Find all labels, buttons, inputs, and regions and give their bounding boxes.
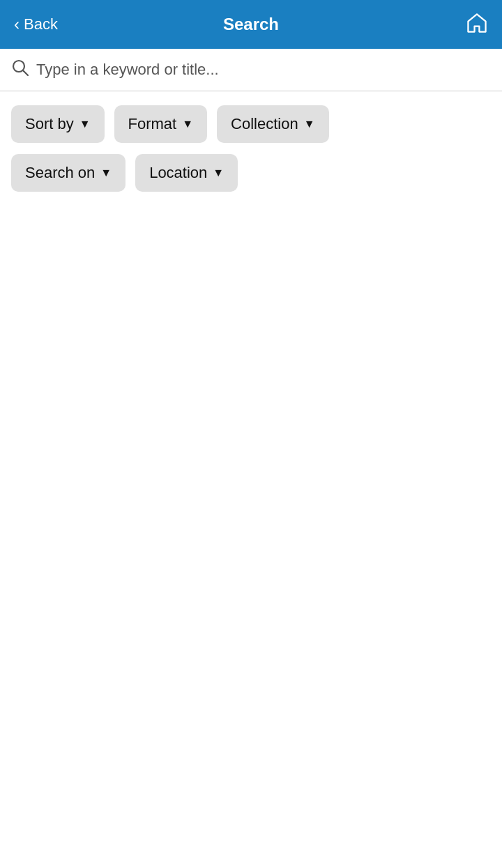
format-label: Format bbox=[128, 115, 177, 133]
collection-label: Collection bbox=[231, 115, 298, 133]
search-on-label: Search on bbox=[25, 164, 95, 182]
filter-row-1: Sort by ▼ Format ▼ Collection ▼ bbox=[0, 91, 502, 150]
svg-point-0 bbox=[13, 61, 24, 72]
back-button[interactable]: ‹ Back bbox=[14, 15, 58, 33]
home-icon bbox=[466, 12, 488, 34]
search-on-button[interactable]: Search on ▼ bbox=[11, 154, 126, 192]
collection-button[interactable]: Collection ▼ bbox=[217, 105, 328, 143]
filter-row-2: Search on ▼ Location ▼ bbox=[0, 150, 502, 206]
location-label: Location bbox=[149, 164, 207, 182]
home-button[interactable] bbox=[466, 12, 488, 37]
search-bar bbox=[0, 49, 502, 91]
search-input[interactable] bbox=[36, 61, 491, 79]
location-button[interactable]: Location ▼ bbox=[135, 154, 238, 192]
search-icon bbox=[11, 59, 29, 81]
location-dropdown-icon: ▼ bbox=[213, 167, 224, 179]
back-chevron-icon: ‹ bbox=[14, 16, 20, 33]
format-button[interactable]: Format ▼ bbox=[114, 105, 208, 143]
collection-dropdown-icon: ▼ bbox=[304, 118, 315, 130]
back-label: Back bbox=[24, 15, 58, 33]
sort-by-dropdown-icon: ▼ bbox=[79, 118, 91, 130]
main-content bbox=[0, 206, 502, 833]
svg-line-1 bbox=[24, 71, 29, 76]
app-header: ‹ Back Search bbox=[0, 0, 502, 49]
search-on-dropdown-icon: ▼ bbox=[100, 167, 112, 179]
format-dropdown-icon: ▼ bbox=[182, 118, 193, 130]
sort-by-button[interactable]: Sort by ▼ bbox=[11, 105, 105, 143]
page-title: Search bbox=[223, 15, 279, 34]
sort-by-label: Sort by bbox=[25, 115, 74, 133]
